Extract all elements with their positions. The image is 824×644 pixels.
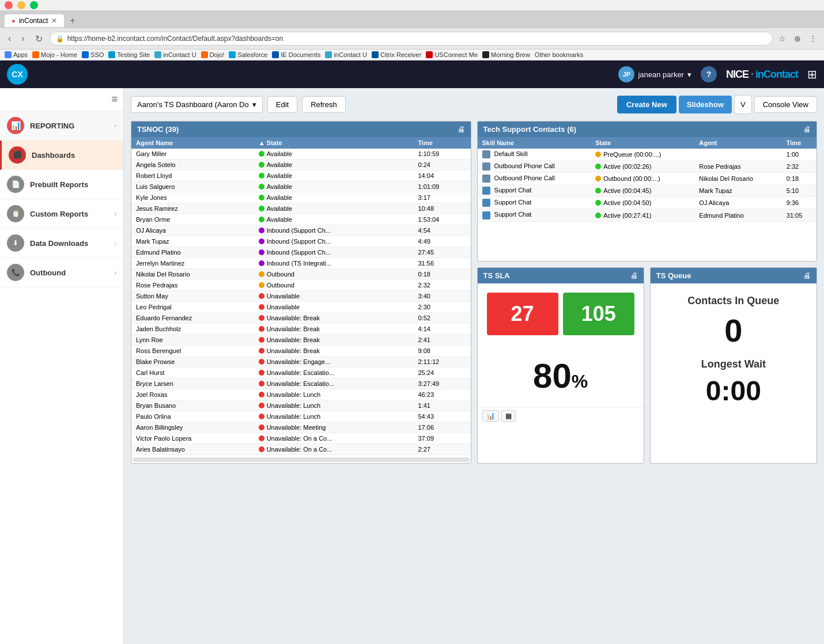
sla-table-button[interactable]: ▦ [501,410,516,422]
table-row: Nikolai Del Rosario Outbound 0:18 [131,269,471,280]
sidebar: ≡ 📊 REPORTING › ⬛ Dashboards 📄 Prebuilt … [0,88,124,644]
col-agent2: Agent [694,137,781,149]
bookmark-citrix[interactable]: Citrix Receiver [372,51,422,58]
bookmark-testing[interactable]: Testing Site [108,51,150,58]
sidebar-item-downloads[interactable]: ⬇ Data Downloads › [0,229,123,258]
tab-close-button[interactable]: ✕ [51,17,57,25]
agent-time-cell: 2:30 [414,302,471,313]
agent-state-cell: Inbound (Support Ch... [254,225,414,236]
bookmark-sso[interactable]: SSO [82,51,104,58]
sla-bar-chart-button[interactable]: 📊 [482,410,499,422]
apps-grid-icon[interactable]: ⊞ [807,67,817,81]
sidebar-item-custom[interactable]: 📋 Custom Reports › [0,199,123,229]
state-text: Unavailable: Lunch [267,402,321,409]
ts-contacts-body[interactable]: Skill Name State Agent Time Default Skil… [478,137,817,222]
state-text: Available [267,194,292,201]
dashboard-name: Aaron's TS Dashboard (Aaron Do [137,100,249,109]
toolbar-right: Create New Slideshow V Console View [617,95,817,114]
browser-tab-active[interactable]: ● inContact ✕ [5,14,64,27]
bookmark-apps[interactable]: Apps [5,51,28,58]
agent-time-cell: 0:52 [414,313,471,324]
status-dot [259,348,264,354]
bookmark-other[interactable]: Other bookmarks [535,51,583,58]
back-button[interactable]: ‹ [5,32,14,45]
v-button[interactable]: V [734,95,752,114]
tsnoc-panel-header: TSNOC (39) 🖨 [131,122,471,137]
window-close-button[interactable] [5,1,13,9]
custom-icon-symbol: 📋 [12,210,20,218]
status-dot [595,151,601,157]
dashboard-selector[interactable]: Aaron's TS Dashboard (Aaron Do ▾ [131,96,263,113]
extensions-button[interactable]: ⊕ [792,33,803,44]
sidebar-item-outbound[interactable]: 📞 Outbound › [0,258,123,287]
user-info[interactable]: JP janean parker ▾ [618,66,691,82]
outbound-icon: 📞 [7,264,24,281]
bookmark-usconnect-label: USConnect Me [434,51,478,58]
tsnoc-scrollbar-x[interactable] [133,457,470,462]
bookmark-incontactu2[interactable]: inContact U [325,51,366,58]
bookmark-usconnect[interactable]: USConnect Me [426,51,478,58]
sidebar-item-reporting[interactable]: 📊 REPORTING › [0,111,123,141]
user-chevron-icon[interactable]: ▾ [687,70,691,79]
chat-icon [482,187,490,195]
agent-time-cell: 4:54 [414,225,471,236]
bottom-right-panels: TS SLA 🖨 27 105 80% [477,267,818,464]
user-name: janean parker [638,70,684,79]
address-bar[interactable]: 🔒 https://home-b2.incontact.com/inContac… [50,32,773,46]
agent-time-cell: 54:43 [414,411,471,422]
new-tab-button[interactable]: + [64,13,81,28]
tsnoc-panel-body[interactable]: Agent Name ▲ State Time Gary Miller Avai… [131,137,471,463]
skill-agent-cell: Mark Tupaz [694,185,781,197]
ts-queue-print-icon[interactable]: 🖨 [803,271,811,280]
sla-green-value: 105 [581,302,616,325]
ts-queue-title: TS Queue [656,271,691,280]
table-row: Bryan Orme Available 1:53:04 [131,214,471,225]
window-maximize-button[interactable] [30,1,38,9]
status-dot [259,184,264,190]
agent-name-cell: Paulo Orlina [131,411,254,422]
ts-sla-print-icon[interactable]: 🖨 [630,271,638,280]
agent-name-cell: Eduardo Fernandez [131,313,254,324]
agent-state-cell: Unavailable: On a Co... [254,444,414,455]
hamburger-icon[interactable]: ≡ [111,93,118,105]
agent-time-cell: 1:53:04 [414,214,471,225]
edit-button[interactable]: Edit [267,96,297,113]
state-text: Available [267,161,292,168]
skill-name-cell: Default Skill [478,149,591,161]
sidebar-item-prebuilt[interactable]: 📄 Prebuilt Reports [0,170,123,199]
bookmark-ie-docs[interactable]: IE Documents [272,51,320,58]
skill-name-cell: Support Chat [478,185,591,197]
forward-button[interactable]: › [18,32,28,45]
ts-contacts-title: Tech Support Contacts (6) [483,125,577,134]
ts-contacts-print-icon[interactable]: 🖨 [803,125,811,134]
state-text: Unavailable: Break [267,325,320,332]
reload-button[interactable]: ↻ [32,32,46,46]
sla-numbers: 27 105 [478,283,644,344]
tsnoc-print-icon[interactable]: 🖨 [458,125,465,134]
bookmark-button[interactable]: ☆ [776,33,788,44]
slideshow-button[interactable]: Slideshow [679,96,732,113]
status-dot [259,304,264,310]
window-minimize-button[interactable] [17,1,25,9]
bookmark-morning-brew[interactable]: Morning Brew [482,51,530,58]
state-text: Unavailable: On a Co... [267,446,332,453]
dashboard-selector-chevron: ▾ [252,100,256,109]
bookmark-salesforce[interactable]: Salesforce [229,51,267,58]
col-time2: Time [782,137,817,149]
menu-button[interactable]: ⋮ [807,33,819,44]
console-view-button[interactable]: Console View [754,96,817,113]
bookmark-mojo[interactable]: Mojo - Home [32,51,77,58]
help-button[interactable]: ? [701,66,717,82]
bookmark-incontactu1[interactable]: inContact U [154,51,196,58]
state-text: Inbound (Support Ch... [267,238,331,245]
status-dot [259,392,264,397]
col-time: Time [414,137,471,149]
agent-name-cell: Bryan Orme [131,214,254,225]
bookmark-dojo[interactable]: Dojo! [201,51,225,58]
skill-agent-cell: Edmund Platino [694,209,781,221]
skill-time-cell: 31:05 [782,209,817,221]
create-new-button[interactable]: Create New [617,96,676,113]
refresh-button[interactable]: Refresh [302,96,346,113]
sidebar-item-dashboards[interactable]: ⬛ Dashboards [0,141,123,170]
sla-red-box: 27 [487,293,558,335]
